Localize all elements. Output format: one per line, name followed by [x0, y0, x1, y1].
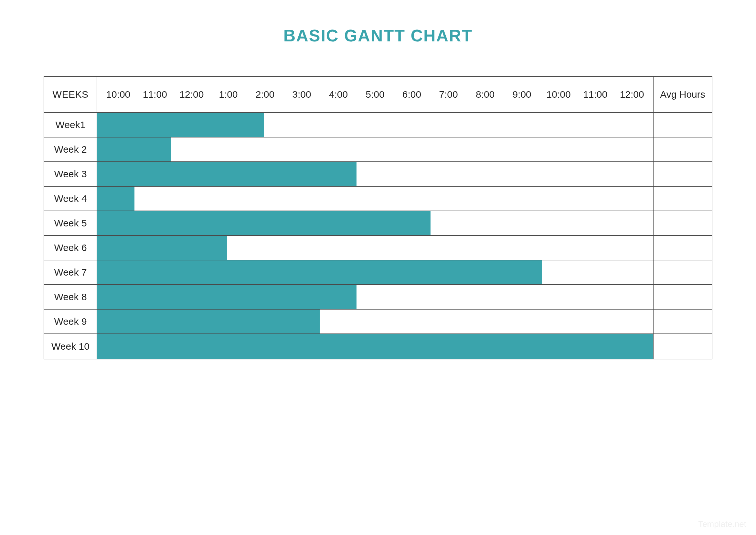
- avg-hours-cell: [654, 187, 712, 211]
- week-label: Week 9: [44, 310, 97, 333]
- gantt-row: Week 9: [44, 310, 712, 334]
- bar-track: [97, 236, 654, 260]
- time-tick: 6:00: [393, 89, 430, 100]
- gantt-row: Week 8: [44, 285, 712, 310]
- gantt-row: Week1: [44, 113, 712, 137]
- avg-hours-cell: [654, 285, 712, 309]
- gantt-bar: [97, 137, 171, 161]
- week-label: Week 7: [44, 260, 97, 284]
- bar-track: [97, 260, 654, 284]
- time-tick: 12:00: [173, 89, 210, 100]
- gantt-bar: [97, 187, 134, 211]
- avg-hours-cell: [654, 310, 712, 333]
- time-tick: 10:00: [540, 89, 577, 100]
- time-tick: 2:00: [247, 89, 284, 100]
- gantt-bar: [97, 162, 357, 186]
- gantt-row: Week 7: [44, 260, 712, 285]
- gantt-bar: [97, 113, 264, 137]
- avg-hours-cell: [654, 334, 712, 359]
- week-label: Week 3: [44, 162, 97, 186]
- gantt-bar: [97, 285, 357, 309]
- gantt-bar: [97, 310, 320, 333]
- avg-hours-cell: [654, 162, 712, 186]
- time-tick: 12:00: [613, 89, 650, 100]
- avg-hours-cell: [654, 137, 712, 161]
- bar-track: [97, 285, 654, 309]
- week-label: Week 10: [44, 334, 97, 359]
- gantt-row: Week 5: [44, 211, 712, 236]
- time-tick: 10:00: [100, 89, 137, 100]
- week-label: Week 5: [44, 211, 97, 235]
- gantt-row: Week 10: [44, 334, 712, 359]
- gantt-bar: [97, 236, 227, 260]
- bar-track: [97, 211, 654, 235]
- gantt-bar: [97, 334, 653, 359]
- gantt-bar: [97, 260, 542, 284]
- avg-hours-header: Avg Hours: [654, 77, 712, 112]
- avg-hours-cell: [654, 211, 712, 235]
- week-label: Week 4: [44, 187, 97, 211]
- avg-hours-cell: [654, 113, 712, 137]
- bar-track: [97, 187, 654, 211]
- bar-track: [97, 310, 654, 333]
- time-tick: 8:00: [467, 89, 503, 100]
- avg-hours-cell: [654, 260, 712, 284]
- gantt-row: Week 4: [44, 187, 712, 211]
- time-tick: 11:00: [577, 89, 614, 100]
- time-axis: 10:0011:0012:001:002:003:004:005:006:007…: [97, 77, 654, 112]
- bar-track: [97, 137, 654, 161]
- bar-track: [97, 162, 654, 186]
- bar-track: [97, 113, 654, 137]
- bar-track: [97, 334, 654, 359]
- week-label: Week 2: [44, 137, 97, 161]
- week-label: Week1: [44, 113, 97, 137]
- week-label: Week 8: [44, 285, 97, 309]
- gantt-row: Week 6: [44, 236, 712, 260]
- gantt-chart: WEEKS 10:0011:0012:001:002:003:004:005:0…: [44, 76, 712, 359]
- weeks-header: WEEKS: [44, 77, 97, 112]
- time-tick: 4:00: [320, 89, 357, 100]
- time-tick: 7:00: [430, 89, 467, 100]
- gantt-row: Week 2: [44, 137, 712, 162]
- gantt-bar: [97, 211, 431, 235]
- time-tick: 1:00: [210, 89, 247, 100]
- header-row: WEEKS 10:0011:0012:001:002:003:004:005:0…: [44, 77, 712, 113]
- gantt-row: Week 3: [44, 162, 712, 187]
- avg-hours-cell: [654, 236, 712, 260]
- time-tick: 3:00: [284, 89, 320, 100]
- week-label: Week 6: [44, 236, 97, 260]
- time-tick: 5:00: [357, 89, 394, 100]
- watermark: Template.net: [698, 519, 746, 529]
- time-tick: 11:00: [137, 89, 174, 100]
- time-tick: 9:00: [503, 89, 540, 100]
- chart-title: BASIC GANTT CHART: [44, 26, 712, 45]
